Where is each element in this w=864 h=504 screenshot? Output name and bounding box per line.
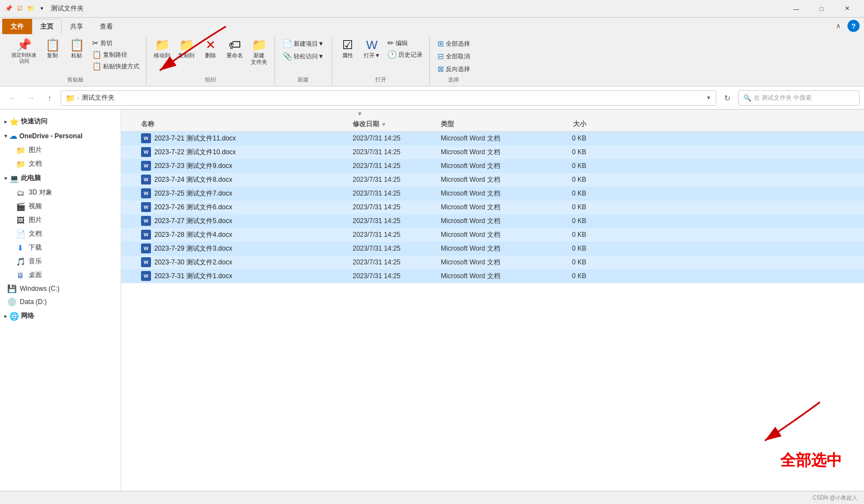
- forward-button[interactable]: →: [23, 90, 39, 106]
- file-name: 2023-7-26 测试文件6.docx: [154, 203, 232, 212]
- col-type-label: 类型: [441, 120, 454, 128]
- easy-access-button[interactable]: 📎 轻松访问▼: [279, 50, 327, 62]
- sidebar-videos[interactable]: 🎬 视频: [0, 199, 121, 213]
- tab-file[interactable]: 文件: [2, 19, 32, 34]
- title-dropdown-icon[interactable]: ▼: [37, 4, 46, 13]
- table-row[interactable]: W 2023-7-31 测试文件1.docx 2023/7/31 14:25 M…: [121, 269, 864, 283]
- invert-selection-label: 反向选择: [446, 65, 470, 73]
- open-group-items: ☑ 属性 W 打开▼ ✏ 编辑 🕐 历史记录: [337, 37, 425, 75]
- select-group-items: ⊞ 全部选择 ⊟ 全部取消 ⊠ 反向选择: [434, 37, 473, 75]
- desktop-icon: 🖥: [15, 271, 25, 280]
- sidebar-data-d[interactable]: 💿 Data (D:): [0, 295, 121, 308]
- tab-home[interactable]: 主页: [32, 19, 62, 34]
- sidebar-onedrive[interactable]: ▾ ☁ OneDrive - Personal: [0, 129, 121, 143]
- main-area: ▸ ⭐ 快速访问 ▾ ☁ OneDrive - Personal 📁 图片 📁 …: [0, 110, 864, 493]
- copy-button[interactable]: 📋 复制: [41, 37, 63, 61]
- table-row[interactable]: W 2023-7-23 测试文件9.docx 2023/7/31 14:25 M…: [121, 159, 864, 173]
- table-row[interactable]: W 2023-7-22 测试文件10.docx 2023/7/31 14:25 …: [121, 145, 864, 159]
- maximize-button[interactable]: □: [809, 0, 834, 18]
- file-type: Microsoft Word 文档: [441, 244, 551, 253]
- copy-path-icon: 📋: [92, 50, 101, 59]
- new-folder-label: 新建 文件夹: [251, 52, 267, 66]
- select-none-button[interactable]: ⊟ 全部取消: [434, 50, 473, 62]
- close-button[interactable]: ✕: [834, 0, 860, 18]
- table-row[interactable]: W 2023-7-21 测试文件11.docx 2023/7/31 14:25 …: [121, 132, 864, 145]
- sidebar-desktop[interactable]: 🖥 桌面: [0, 268, 121, 282]
- move-to-button[interactable]: 📁 移动到: [151, 37, 173, 61]
- title-folder-icon[interactable]: 📁: [26, 4, 35, 13]
- properties-button[interactable]: ☑ 属性: [337, 37, 359, 61]
- tab-view[interactable]: 查看: [91, 19, 121, 34]
- sidebar-music[interactable]: 🎵 音乐: [0, 254, 121, 268]
- window-title: 测试文件夹: [51, 4, 784, 13]
- col-header-name[interactable]: 名称: [121, 120, 353, 129]
- address-bar[interactable]: 📁 › 测试文件夹 ▼: [61, 90, 716, 106]
- title-pin-icon[interactable]: 📌: [4, 4, 13, 13]
- refresh-button[interactable]: ↻: [720, 90, 735, 106]
- onedrive-expand-icon: ▾: [4, 133, 7, 139]
- table-row[interactable]: W 2023-7-27 测试文件5.docx 2023/7/31 14:25 M…: [121, 214, 864, 228]
- open-button[interactable]: W 打开▼: [361, 37, 383, 61]
- rename-button[interactable]: 🏷 重命名: [224, 37, 246, 61]
- nav-bar: ← → ↑ 📁 › 测试文件夹 ▼ ↻ 🔍 在 测试文件夹 中搜索: [0, 86, 864, 110]
- sidebar-pictures2[interactable]: 🖼 图片: [0, 213, 121, 227]
- copy-path-button[interactable]: 📋 复制路径: [90, 49, 142, 60]
- history-button[interactable]: 🕐 历史记录: [385, 49, 425, 60]
- sidebar-windows-c[interactable]: 💾 Windows (C:): [0, 282, 121, 295]
- 3d-objects-icon: 🗂: [15, 188, 25, 197]
- col-header-type[interactable]: 类型: [441, 120, 551, 129]
- cut-button[interactable]: ✂ 剪切: [90, 37, 142, 48]
- new-item-icon: 📄: [283, 39, 292, 48]
- title-check-icon[interactable]: ☑: [15, 4, 24, 13]
- sidebar-downloads[interactable]: ⬇ 下载: [0, 241, 121, 254]
- file-type: Microsoft Word 文档: [441, 203, 551, 212]
- table-row[interactable]: W 2023-7-28 测试文件4.docx 2023/7/31 14:25 M…: [121, 228, 864, 242]
- invert-selection-button[interactable]: ⊠ 反向选择: [434, 63, 473, 75]
- table-row[interactable]: W 2023-7-29 测试文件3.docx 2023/7/31 14:25 M…: [121, 242, 864, 256]
- search-bar[interactable]: 🔍 在 测试文件夹 中搜索: [738, 90, 860, 106]
- file-size: 0 KB: [551, 272, 595, 280]
- history-icon: 🕐: [387, 50, 397, 59]
- table-row[interactable]: W 2023-7-25 测试文件7.docx 2023/7/31 14:25 M…: [121, 187, 864, 200]
- pin-to-quick-access-button[interactable]: 📌 固定到快速访问: [9, 37, 39, 66]
- minimize-button[interactable]: —: [784, 0, 809, 18]
- file-size: 0 KB: [551, 176, 595, 183]
- sidebar-item-documents[interactable]: 📁 文档: [0, 157, 121, 171]
- table-row[interactable]: W 2023-7-26 测试文件6.docx 2023/7/31 14:25 M…: [121, 200, 864, 214]
- table-row[interactable]: W 2023-7-30 测试文件2.docx 2023/7/31 14:25 M…: [121, 256, 864, 269]
- table-row[interactable]: W 2023-7-24 测试文件8.docx 2023/7/31 14:25 M…: [121, 173, 864, 187]
- delete-label: 删除: [205, 52, 216, 59]
- new-item-button[interactable]: 📄 新建项目▼: [279, 37, 327, 50]
- sidebar-item-pictures[interactable]: 📁 图片: [0, 143, 121, 157]
- sidebar-this-pc[interactable]: ▾ 💻 此电脑: [0, 171, 121, 186]
- date-sort-arrow: ▼: [357, 111, 363, 117]
- sidebar-documents2[interactable]: 📄 文档: [0, 227, 121, 241]
- file-date: 2023/7/31 14:25: [353, 272, 441, 280]
- back-button[interactable]: ←: [4, 90, 20, 106]
- new-folder-button[interactable]: 📁 新建 文件夹: [248, 37, 270, 67]
- paste-shortcut-button[interactable]: 📋 粘贴快捷方式: [90, 61, 142, 72]
- up-button[interactable]: ↑: [42, 90, 57, 106]
- select-all-button[interactable]: ⊞ 全部选择: [434, 37, 473, 50]
- delete-button[interactable]: ✕ 删除: [199, 37, 222, 61]
- sidebar-3dobjects-label: 3D 对象: [29, 188, 52, 197]
- sidebar-quick-access[interactable]: ▸ ⭐ 快速访问: [0, 114, 121, 129]
- help-button[interactable]: ?: [847, 20, 860, 32]
- sidebar-network[interactable]: ▸ 🌐 网络: [0, 308, 121, 323]
- organize-group-label: 组织: [205, 76, 216, 84]
- edit-button[interactable]: ✏ 编辑: [385, 37, 425, 48]
- paste-button[interactable]: 📋 粘贴: [66, 37, 88, 61]
- copy-to-button[interactable]: 📁 复制到: [175, 37, 197, 61]
- address-dropdown-icon[interactable]: ▼: [706, 95, 711, 101]
- pictures-folder-icon: 📁: [15, 146, 25, 155]
- file-date: 2023/7/31 14:25: [353, 258, 441, 266]
- tab-share[interactable]: 共享: [62, 19, 91, 34]
- onedrive-icon: ☁: [9, 132, 17, 140]
- col-header-size[interactable]: 大小: [551, 120, 595, 129]
- new-folder-icon: 📁: [252, 39, 267, 51]
- col-header-date[interactable]: 修改日期 ▼: [353, 120, 441, 129]
- file-date: 2023/7/31 14:25: [353, 148, 441, 156]
- ribbon-collapse-btn[interactable]: ∧: [836, 22, 841, 30]
- sidebar-3d-objects[interactable]: 🗂 3D 对象: [0, 186, 121, 199]
- file-type: Microsoft Word 文档: [441, 216, 551, 226]
